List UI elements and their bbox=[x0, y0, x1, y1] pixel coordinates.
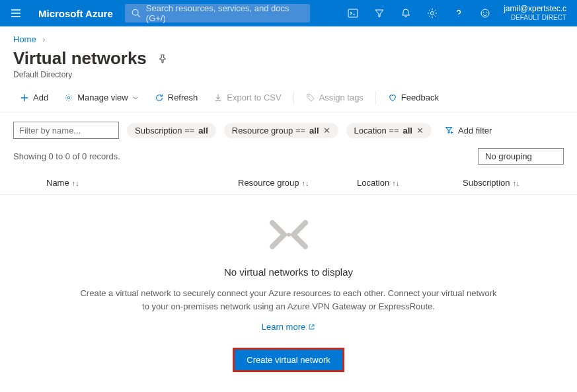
plus-icon bbox=[20, 93, 29, 102]
svg-point-10 bbox=[291, 233, 295, 237]
svg-point-7 bbox=[308, 95, 309, 97]
filter-bar: Subscription == all Resource group == al… bbox=[0, 112, 577, 145]
add-filter-button[interactable]: Add filter bbox=[440, 123, 497, 138]
learn-more-link[interactable]: Learn more bbox=[262, 322, 315, 332]
svg-point-3 bbox=[481, 9, 489, 17]
pin-icon[interactable] bbox=[157, 54, 168, 64]
empty-state: No virtual networks to display Create a … bbox=[0, 195, 577, 392]
gear-icon bbox=[64, 93, 73, 102]
refresh-button[interactable]: Refresh bbox=[148, 89, 205, 106]
empty-description: Create a virtual network to securely con… bbox=[77, 287, 500, 313]
filter-pill-location[interactable]: Location == all ✕ bbox=[346, 123, 432, 138]
empty-title: No virtual networks to display bbox=[13, 266, 564, 278]
svg-point-6 bbox=[67, 97, 70, 99]
page-title: Virtual networks bbox=[13, 48, 147, 69]
settings-icon[interactable] bbox=[419, 0, 445, 26]
separator bbox=[293, 91, 294, 104]
feedback-icon[interactable] bbox=[472, 0, 498, 26]
svg-point-0 bbox=[132, 9, 138, 15]
filter-pill-resource-group[interactable]: Resource group == all ✕ bbox=[224, 123, 338, 138]
export-csv-button[interactable]: Export to CSV bbox=[207, 89, 288, 106]
column-resource-group[interactable]: Resource group ↑↓ bbox=[238, 178, 357, 188]
menu-icon[interactable] bbox=[5, 4, 26, 22]
cloud-shell-icon[interactable] bbox=[340, 0, 366, 26]
top-bar: Microsoft Azure Search resources, servic… bbox=[0, 0, 577, 26]
external-link-icon bbox=[308, 323, 315, 331]
download-icon bbox=[213, 93, 223, 102]
table-header: Name ↑↓ Resource group ↑↓ Location ↑↓ Su… bbox=[0, 171, 577, 195]
svg-point-9 bbox=[287, 233, 291, 237]
column-subscription[interactable]: Subscription ↑↓ bbox=[463, 178, 564, 188]
search-placeholder: Search resources, services, and docs (G+… bbox=[146, 3, 303, 23]
breadcrumb: Home › bbox=[0, 26, 577, 48]
account-info[interactable]: jamil@xpertstec.c DEFAULT DIRECT bbox=[498, 4, 572, 22]
sort-icon: ↑↓ bbox=[72, 179, 79, 187]
help-icon[interactable] bbox=[445, 0, 472, 26]
close-icon[interactable]: ✕ bbox=[323, 126, 330, 136]
sort-icon: ↑↓ bbox=[302, 179, 309, 187]
separator bbox=[375, 91, 376, 104]
filter-pill-subscription[interactable]: Subscription == all bbox=[127, 123, 216, 138]
record-count: Showing 0 to 0 of 0 records. bbox=[13, 151, 120, 161]
page-subtitle: Default Directory bbox=[13, 70, 564, 79]
svg-point-5 bbox=[486, 12, 488, 13]
grouping-dropdown[interactable]: No grouping bbox=[478, 148, 564, 165]
manage-view-button[interactable]: Manage view bbox=[58, 89, 145, 106]
command-bar: Add Manage view Refresh Export to CSV As… bbox=[0, 83, 577, 112]
chevron-down-icon bbox=[132, 95, 139, 101]
sort-icon: ↑↓ bbox=[392, 179, 399, 187]
close-icon[interactable]: ✕ bbox=[416, 126, 424, 136]
empty-state-icon bbox=[13, 215, 564, 255]
column-name[interactable]: Name ↑↓ bbox=[13, 178, 238, 188]
feedback-button[interactable]: Feedback bbox=[381, 89, 445, 106]
account-email: jamil@xpertstec.c bbox=[504, 4, 566, 13]
tag-icon bbox=[306, 93, 315, 102]
notifications-icon[interactable] bbox=[393, 0, 419, 26]
create-virtual-network-button[interactable]: Create virtual network bbox=[233, 348, 344, 372]
heart-icon bbox=[388, 93, 397, 102]
account-directory: DEFAULT DIRECT bbox=[504, 13, 566, 22]
chevron-right-icon: › bbox=[42, 34, 45, 44]
brand[interactable]: Microsoft Azure bbox=[26, 8, 125, 19]
assign-tags-button[interactable]: Assign tags bbox=[299, 89, 370, 106]
page-header: Virtual networks Default Directory bbox=[0, 48, 577, 83]
refresh-icon bbox=[155, 93, 164, 102]
filter-add-icon bbox=[445, 126, 454, 135]
column-location[interactable]: Location ↑↓ bbox=[357, 178, 463, 188]
status-row: Showing 0 to 0 of 0 records. No grouping bbox=[0, 145, 577, 171]
svg-point-2 bbox=[431, 12, 434, 15]
directory-filter-icon[interactable] bbox=[366, 0, 393, 26]
breadcrumb-home[interactable]: Home bbox=[13, 34, 36, 44]
svg-point-4 bbox=[483, 12, 484, 13]
global-search[interactable]: Search resources, services, and docs (G+… bbox=[125, 4, 310, 22]
sort-icon: ↑↓ bbox=[513, 179, 520, 187]
svg-rect-1 bbox=[348, 9, 358, 17]
svg-point-8 bbox=[282, 233, 286, 237]
search-icon bbox=[132, 9, 141, 18]
filter-name-input[interactable] bbox=[13, 122, 119, 139]
add-button[interactable]: Add bbox=[13, 89, 55, 106]
